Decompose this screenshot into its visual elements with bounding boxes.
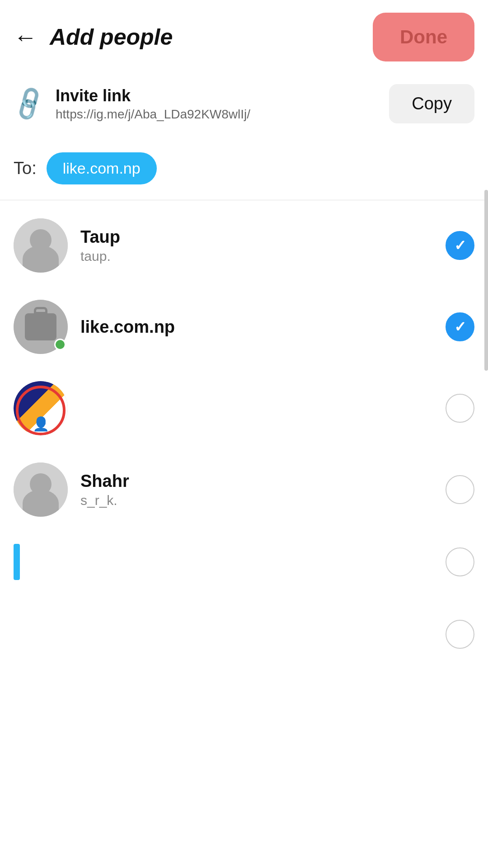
invite-section: 🔗 Invite link https://ig.me/j/Aba_LDa92K…: [0, 71, 488, 137]
page-title: Add people: [50, 24, 173, 50]
invite-url: https://ig.me/j/Aba_LDa92KW8wlIj/: [56, 107, 250, 122]
contact-checkbox[interactable]: [446, 394, 474, 423]
divider: [0, 200, 488, 200]
back-button[interactable]: ←: [14, 25, 37, 49]
contact-list: Taup taup. ✓ like.com.np ✓: [0, 205, 488, 675]
checkmark-icon: ✓: [454, 237, 466, 254]
contact-item[interactable]: 👤: [0, 368, 488, 449]
contact-name: Taup: [80, 227, 433, 247]
avatar-wrap: 👤: [14, 381, 68, 435]
contact-name: like.com.np: [80, 317, 433, 337]
contact-checkbox[interactable]: [446, 475, 474, 504]
avatar: [14, 462, 68, 517]
avatar-wrap: [14, 300, 68, 354]
avatar: 👤: [14, 381, 68, 435]
scroll-indicator: [484, 190, 488, 371]
header-left: ← Add people: [14, 24, 173, 50]
contact-name: Shahr: [80, 472, 433, 491]
avatar-wrap: [14, 607, 68, 661]
contact-username: s_r_k.: [80, 493, 433, 508]
avatar: [14, 218, 68, 273]
contact-username: taup.: [80, 249, 433, 264]
partial-indicator: [14, 544, 20, 580]
contact-item[interactable]: Taup taup. ✓: [0, 205, 488, 286]
contact-item[interactable]: [0, 594, 488, 675]
contact-checkbox[interactable]: [446, 620, 474, 649]
checkmark-icon: ✓: [454, 318, 466, 335]
contact-checkbox[interactable]: ✓: [446, 231, 474, 260]
contact-checkbox[interactable]: ✓: [446, 312, 474, 341]
contact-info: like.com.np: [80, 317, 433, 337]
done-button[interactable]: Done: [373, 13, 474, 61]
invite-label: Invite link: [56, 86, 250, 105]
online-indicator: [54, 339, 66, 350]
to-label: To:: [14, 159, 37, 178]
avatar-wrap: [14, 462, 68, 517]
copy-button[interactable]: Copy: [389, 84, 474, 123]
contact-item[interactable]: like.com.np ✓: [0, 286, 488, 368]
contact-info: Shahr s_r_k.: [80, 472, 433, 508]
contact-item[interactable]: [0, 530, 488, 594]
header: ← Add people Done: [0, 0, 488, 71]
to-field: To: like.com.np: [0, 142, 488, 195]
contact-info: [80, 407, 433, 409]
avatar-wrap: [14, 218, 68, 273]
invite-left: 🔗 Invite link https://ig.me/j/Aba_LDa92K…: [14, 86, 250, 122]
contact-info: Taup taup.: [80, 227, 433, 264]
to-tag[interactable]: like.com.np: [47, 152, 157, 184]
contact-checkbox[interactable]: [446, 547, 474, 576]
contact-item[interactable]: Shahr s_r_k.: [0, 449, 488, 530]
invite-texts: Invite link https://ig.me/j/Aba_LDa92KW8…: [56, 86, 250, 122]
link-icon: 🔗: [9, 84, 49, 123]
